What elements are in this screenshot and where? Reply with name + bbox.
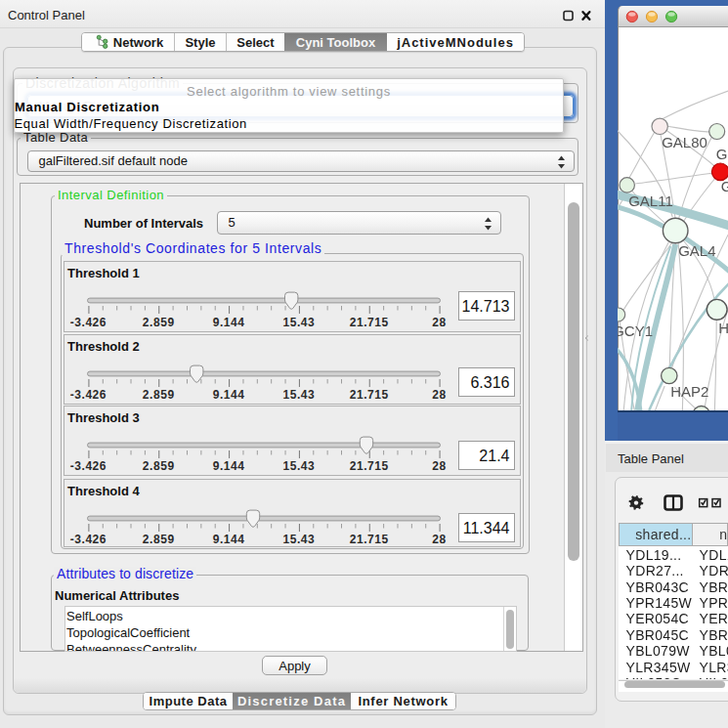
svg-text:GAL80: GAL80: [662, 135, 707, 151]
svg-text:HAP2: HAP2: [670, 383, 708, 400]
svg-text:GAL4: GAL4: [678, 242, 715, 259]
svg-text:G: G: [720, 178, 727, 194]
svg-text:G..: G..: [715, 146, 727, 162]
svg-text:H: H: [718, 320, 728, 336]
svg-text:GAL11: GAL11: [628, 193, 673, 209]
svg-text:GCY1: GCY1: [618, 322, 653, 339]
